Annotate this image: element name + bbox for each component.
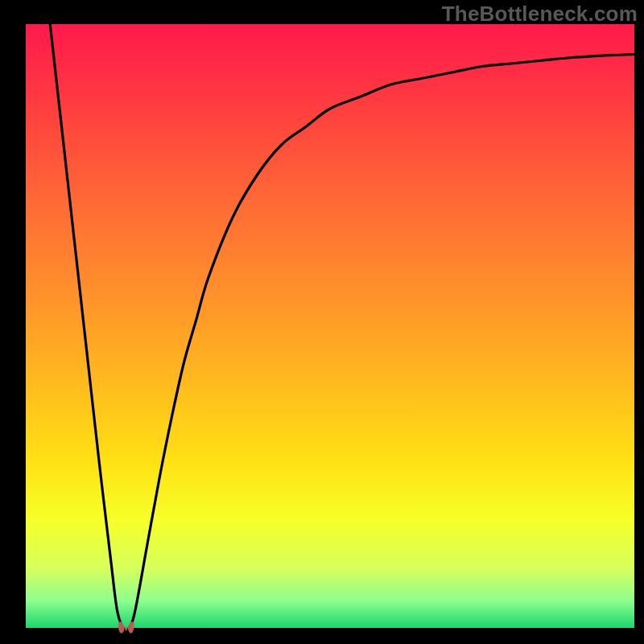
page-root: TheBottleneck.com (0, 0, 644, 644)
bottleneck-chart (0, 0, 644, 644)
chart-container (0, 0, 644, 644)
chart-frame-bar (0, 628, 644, 644)
chart-background (26, 24, 634, 628)
chart-frame-bar (0, 0, 26, 644)
watermark-text: TheBottleneck.com (442, 2, 638, 27)
chart-frame-bar (634, 0, 644, 644)
